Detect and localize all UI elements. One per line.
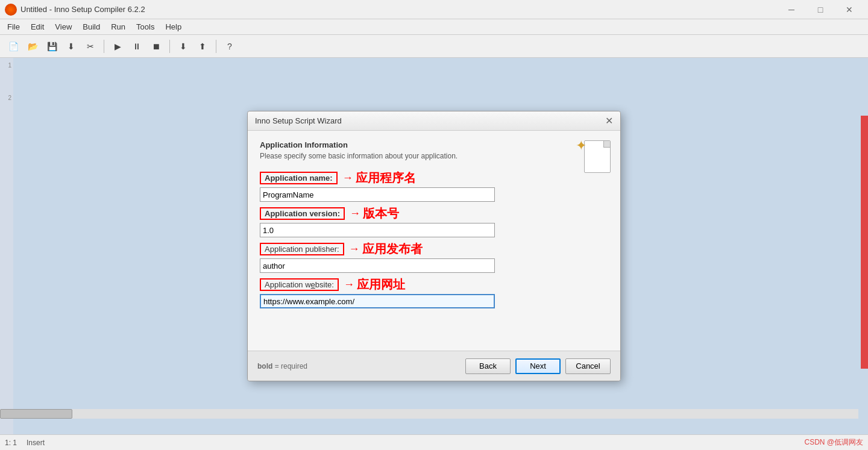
toolbar-separator3 <box>216 40 216 53</box>
menu-run[interactable]: Run <box>106 21 130 33</box>
form-row-website: Application website: → 应用网址 <box>260 277 608 308</box>
website-input[interactable] <box>260 294 495 308</box>
appname-input[interactable] <box>260 187 495 202</box>
website-annotation: 应用网址 <box>357 277 405 293</box>
page-icon-shape <box>584 140 611 173</box>
version-annotation: 版本号 <box>363 205 399 222</box>
close-button[interactable]: ✕ <box>835 2 863 17</box>
appname-arrow-icon: → <box>342 172 353 184</box>
maximize-button[interactable]: □ <box>807 2 834 17</box>
window-controls: ─ □ ✕ <box>778 2 863 17</box>
dialog-footer: bold = required Back Next Cancel <box>248 351 620 381</box>
form-row-appname: Application name: → 应用程序名 <box>260 170 608 202</box>
toolbar-separator2 <box>169 40 170 53</box>
pause-button[interactable]: ⏸ <box>128 38 145 55</box>
run-button[interactable]: ▶ <box>109 38 126 55</box>
next-button[interactable]: Next <box>515 358 561 374</box>
section-desc: Please specify some basic information ab… <box>260 152 608 160</box>
compile-button[interactable]: ⬇ <box>175 38 192 55</box>
dialog-body: ✦ Application Information Please specify… <box>248 131 620 351</box>
version-input[interactable] <box>260 223 495 237</box>
website-label-row: Application website: → 应用网址 <box>260 277 608 293</box>
section-heading: Application Information <box>260 140 608 149</box>
spacer <box>260 312 608 341</box>
form-row-version: Application version: → 版本号 <box>260 205 608 237</box>
website-arrow-icon: → <box>344 278 354 291</box>
form-row-publisher: Application publisher: → 应用发布者 <box>260 241 608 273</box>
toolbar: 📄 📂 💾 ⬇ ✂ ▶ ⏸ ⏹ ⬇ ⬆ ? <box>0 35 868 58</box>
menu-file[interactable]: File <box>2 21 25 33</box>
help-button[interactable]: ? <box>221 38 238 55</box>
publisher-arrow-icon: → <box>349 243 360 255</box>
save-button[interactable]: 💾 <box>43 38 60 55</box>
menu-bar: File Edit View Build Run Tools Help <box>0 19 868 35</box>
menu-edit[interactable]: Edit <box>26 21 49 33</box>
new-file-button[interactable]: 📄 <box>5 38 22 55</box>
publisher-annotation: 应用发布者 <box>362 241 423 257</box>
publisher-input[interactable] <box>260 258 495 273</box>
cursor-position: 1: 1 <box>5 439 17 447</box>
menu-build[interactable]: Build <box>78 21 105 33</box>
version-label-row: Application version: → 版本号 <box>260 205 608 222</box>
website-label-box: Application website: <box>260 278 339 291</box>
version-arrow-icon: → <box>350 207 360 220</box>
minimize-button[interactable]: ─ <box>778 2 805 17</box>
back-button[interactable]: Back <box>465 358 511 374</box>
brand-text: CSDN @低调网友 <box>804 437 863 448</box>
horizontal-scrollbar[interactable] <box>0 409 858 419</box>
build-button[interactable]: ⬆ <box>194 38 211 55</box>
appname-annotation: 应用程序名 <box>356 170 416 186</box>
status-bar: 1: 1 Insert CSDN @低调网友 <box>0 434 868 450</box>
main-area: 1 2 Inno Setup Script Wizard ✕ ✦ Applica… <box>0 58 868 434</box>
stop-button[interactable]: ⏹ <box>148 38 165 55</box>
menu-tools[interactable]: Tools <box>131 21 159 33</box>
footer-buttons: Back Next Cancel <box>465 358 611 374</box>
publisher-label-row: Application publisher: → 应用发布者 <box>260 241 608 257</box>
cut-button[interactable]: ✂ <box>82 38 99 55</box>
dialog-overlay: Inno Setup Script Wizard ✕ ✦ Application… <box>0 58 868 434</box>
download-button[interactable]: ⬇ <box>63 38 80 55</box>
app-icon <box>5 4 17 16</box>
menu-help[interactable]: Help <box>160 21 186 33</box>
title-bar: Untitled - Inno Setup Compiler 6.2.2 ─ □… <box>0 0 868 19</box>
scrollbar-thumb[interactable] <box>0 409 72 419</box>
dialog-title-bar: Inno Setup Script Wizard ✕ <box>248 111 620 131</box>
star-icon: ✦ <box>576 138 587 154</box>
open-button[interactable]: 📂 <box>24 38 41 55</box>
window-title: Untitled - Inno Setup Compiler 6.2.2 <box>20 5 778 14</box>
toolbar-separator <box>104 40 104 53</box>
appname-label-row: Application name: → 应用程序名 <box>260 170 608 186</box>
dialog-title: Inno Setup Script Wizard <box>255 116 342 125</box>
menu-view[interactable]: View <box>50 21 77 33</box>
wizard-dialog: Inno Setup Script Wizard ✕ ✦ Application… <box>247 111 621 381</box>
version-label-box: Application version: <box>260 207 345 220</box>
dialog-close-button[interactable]: ✕ <box>602 114 615 127</box>
edit-mode: Insert <box>27 439 45 447</box>
cancel-button[interactable]: Cancel <box>565 358 611 374</box>
footer-hint: bold = required <box>257 362 465 370</box>
publisher-label-box: Application publisher: <box>260 243 344 255</box>
appname-label-box: Application name: <box>260 172 338 184</box>
wizard-icon: ✦ <box>574 137 611 173</box>
